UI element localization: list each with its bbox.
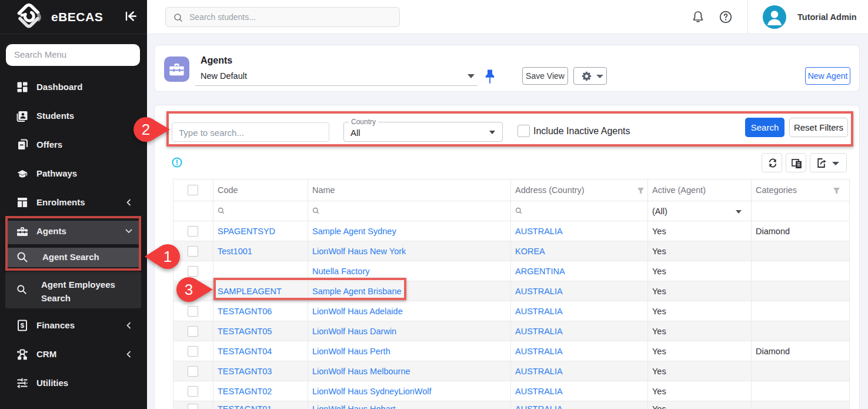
svg-text:$: $ — [21, 322, 25, 329]
